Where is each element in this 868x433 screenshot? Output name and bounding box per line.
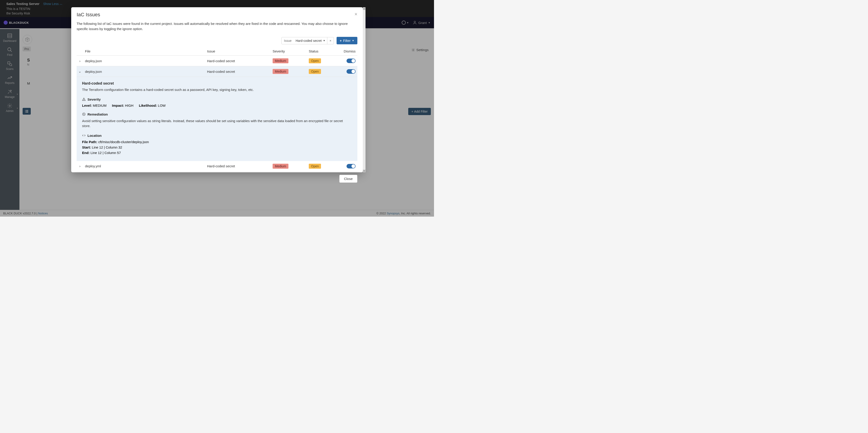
issues-table: File Issue Severity Status Dismiss › dep… [76, 47, 358, 172]
cell-severity: Medium [271, 56, 307, 66]
modal-overlay: ▲ ▼ IaC Issues × The following list of I… [0, 0, 434, 217]
cell-file: deploy.yml [83, 161, 205, 172]
cell-issue: Hard-coded secret [205, 161, 271, 172]
cell-issue: Hard-coded secret [205, 66, 271, 77]
cell-dismiss [336, 161, 358, 172]
severity-heading: Severity [82, 97, 352, 101]
severity-badge: Medium [273, 69, 288, 74]
modal-description: The following list of IaC issues were fo… [71, 18, 363, 37]
scroll-up-arrow-icon[interactable]: ▲ [363, 7, 366, 10]
close-button[interactable]: Close [339, 175, 358, 183]
caret-down-icon: ▼ [352, 39, 354, 42]
status-badge: Open [309, 69, 321, 74]
modal-title: IaC Issues [76, 12, 100, 18]
location-details: File Path: cft/misc/docdb-cluster/deploy… [82, 139, 352, 156]
expand-toggle[interactable]: › [76, 161, 83, 172]
status-badge: Open [309, 58, 321, 63]
filter-row: Issue Hard-coded secret ▼ × + Filter ▼ [71, 37, 363, 47]
severity-metrics: Level: MEDIUM Impact: HIGH Likelihood: L… [82, 103, 352, 107]
cell-file: deploy.json [83, 56, 205, 66]
expand-toggle[interactable]: › [76, 56, 83, 66]
table-row: › deploy.json Hard-coded secret Medium O… [76, 56, 358, 66]
table-header-row: File Issue Severity Status Dismiss [76, 47, 358, 56]
filter-chip-issue: Issue Hard-coded secret ▼ × [281, 37, 334, 44]
expand-toggle[interactable]: ⌄ [76, 66, 83, 77]
col-issue: Issue [205, 47, 271, 56]
status-badge: Open [309, 164, 321, 169]
col-file: File [83, 47, 205, 56]
cell-status: Open [307, 56, 336, 66]
code-icon [82, 134, 86, 137]
severity-badge: Medium [273, 164, 288, 169]
chevron-right-icon: › [79, 59, 81, 63]
col-dismiss: Dismiss [336, 47, 358, 56]
dismiss-toggle[interactable] [346, 69, 355, 74]
filter-chip-label: Issue [282, 37, 293, 44]
cell-severity: Medium [271, 161, 307, 172]
filter-chip-remove[interactable]: × [327, 37, 334, 44]
chevron-right-icon: › [79, 164, 81, 168]
cell-file: deploy.json [83, 66, 205, 77]
detail-text: The Terraform configuration file contain… [82, 87, 352, 92]
filter-button[interactable]: + Filter ▼ [337, 37, 358, 44]
cell-status: Open [307, 161, 336, 172]
cell-status: Open [307, 66, 336, 77]
scroll-down-arrow-icon[interactable]: ▼ [363, 169, 366, 172]
cell-issue: Hard-coded secret [205, 56, 271, 66]
filter-chip-value-dropdown[interactable]: Hard-coded secret ▼ [294, 37, 327, 44]
issue-detail-panel: Hard-coded secret The Terraform configur… [76, 77, 358, 161]
warning-icon [82, 97, 86, 101]
modal-scrollbar[interactable]: ▲ ▼ [363, 7, 366, 172]
caret-down-icon: ▼ [323, 39, 325, 42]
remediation-icon [82, 112, 86, 116]
dismiss-toggle[interactable] [346, 164, 355, 168]
detail-title: Hard-coded secret [82, 82, 352, 86]
cell-severity: Medium [271, 66, 307, 77]
col-severity: Severity [271, 47, 307, 56]
close-icon: × [354, 11, 358, 17]
table-row: › deploy.yml Hard-coded secret Medium Op… [76, 161, 358, 172]
severity-badge: Medium [273, 58, 288, 63]
iac-issues-modal: ▲ ▼ IaC Issues × The following list of I… [71, 7, 363, 172]
cell-dismiss [336, 66, 358, 77]
plus-icon: + [340, 39, 342, 42]
close-icon: × [330, 39, 331, 42]
dismiss-toggle[interactable] [346, 59, 355, 63]
remediation-heading: Remediation [82, 112, 352, 116]
col-status: Status [307, 47, 336, 56]
modal-close-button[interactable]: × [354, 12, 358, 17]
modal-footer: Close [71, 172, 363, 186]
chevron-down-icon: ⌄ [79, 69, 81, 73]
remediation-text: Avoid setting sensitive configuration va… [82, 119, 352, 129]
filter-button-label: Filter [343, 39, 350, 42]
cell-dismiss [336, 56, 358, 66]
table-row: ⌄ deploy.json Hard-coded secret Medium O… [76, 66, 358, 77]
location-heading: Location [82, 134, 352, 137]
